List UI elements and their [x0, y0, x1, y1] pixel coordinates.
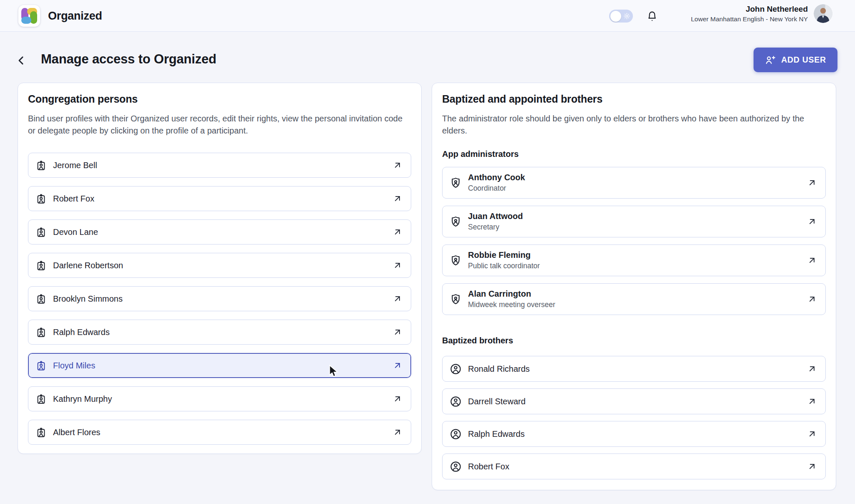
open-profile-arrow-icon[interactable]	[807, 255, 817, 265]
person-name: Kathryn Murphy	[53, 394, 112, 404]
person-name: Brooklyn Simmons	[53, 294, 123, 304]
congregation-panel-title: Congregation persons	[28, 93, 411, 105]
person-row[interactable]: Floyd Miles	[28, 353, 411, 378]
brother-name: Ronald Richards	[468, 364, 530, 374]
brothers-section: Baptized brothers Ronald Richards Darrel…	[442, 336, 826, 479]
add-user-button[interactable]: ADD USER	[754, 48, 837, 72]
person-row[interactable]: Devon Lane	[28, 219, 411, 244]
person-row[interactable]: Brooklyn Simmons	[28, 286, 411, 311]
notifications-button[interactable]	[645, 8, 660, 23]
brothers-section: App administrators Anthony Cook Coordina…	[442, 149, 826, 315]
brother-row[interactable]: Ralph Edwards	[442, 421, 826, 447]
user-menu[interactable]: John Netherleed Lower Manhattan English …	[691, 4, 832, 23]
admin-text: Anthony Cook Coordinator	[468, 173, 525, 193]
id-badge-icon	[35, 260, 47, 271]
brother-row[interactable]: Darrell Steward	[442, 388, 826, 414]
open-profile-arrow-icon[interactable]	[392, 394, 402, 404]
admin-role: Secretary	[468, 223, 523, 232]
page-title: Manage access to Organized	[41, 52, 216, 67]
id-badge-icon	[35, 227, 47, 238]
id-badge-icon	[35, 193, 47, 204]
person-name: Floyd Miles	[53, 361, 95, 370]
brother-name: Robert Fox	[468, 462, 509, 471]
admin-role: Coordinator	[468, 184, 525, 193]
shield-user-icon	[450, 255, 462, 267]
open-profile-arrow-icon[interactable]	[392, 294, 402, 304]
person-name: Darlene Robertson	[53, 261, 123, 270]
brother-name: Darrell Steward	[468, 397, 526, 406]
circle-user-icon	[450, 461, 462, 473]
admin-text: Alan Carrington Midweek meeting overseer	[468, 289, 555, 309]
id-badge-icon	[35, 360, 47, 371]
admin-row[interactable]: Robbie Fleming Public talk coordinator	[442, 244, 826, 276]
back-chevron-icon	[15, 54, 28, 67]
admin-role: Midweek meeting overseer	[468, 300, 555, 309]
open-profile-arrow-icon[interactable]	[392, 327, 402, 337]
open-profile-arrow-icon[interactable]	[807, 364, 817, 374]
id-badge-icon	[35, 293, 47, 305]
person-row[interactable]: Darlene Robertson	[28, 253, 411, 278]
admin-row[interactable]: Juan Attwood Secretary	[442, 206, 826, 237]
admin-row[interactable]: Alan Carrington Midweek meeting overseer	[442, 283, 826, 315]
open-profile-arrow-icon[interactable]	[807, 396, 817, 406]
open-profile-arrow-icon[interactable]	[392, 427, 402, 437]
circle-user-icon	[450, 428, 462, 440]
person-row[interactable]: Kathryn Murphy	[28, 386, 411, 411]
admin-text: Juan Attwood Secretary	[468, 212, 523, 232]
open-profile-arrow-icon[interactable]	[807, 217, 817, 227]
brother-row[interactable]: Robert Fox	[442, 454, 826, 479]
person-name: Ralph Edwards	[53, 328, 110, 337]
id-badge-icon	[35, 427, 47, 438]
shield-user-icon	[450, 177, 462, 189]
person-name: Robert Fox	[53, 194, 94, 204]
person-row[interactable]: Ralph Edwards	[28, 320, 411, 345]
open-profile-arrow-icon[interactable]	[807, 461, 817, 471]
open-profile-arrow-icon[interactable]	[392, 160, 402, 170]
circle-user-icon	[450, 396, 462, 408]
app-logo-icon	[18, 5, 40, 27]
shield-user-icon	[450, 293, 462, 305]
brothers-panel-description: The administrator role should be given o…	[442, 113, 822, 137]
user-avatar[interactable]	[814, 4, 832, 23]
brother-row[interactable]: Ronald Richards	[442, 356, 826, 382]
brothers-sections: App administrators Anthony Cook Coordina…	[442, 149, 826, 479]
person-name: Devon Lane	[53, 227, 98, 237]
person-name: Albert Flores	[53, 428, 100, 437]
brand: Organized	[18, 5, 102, 27]
admin-row[interactable]: Anthony Cook Coordinator	[442, 167, 826, 199]
add-user-icon	[765, 55, 776, 66]
user-congregation: Lower Manhattan English - New York NY	[691, 15, 808, 23]
open-profile-arrow-icon[interactable]	[807, 178, 817, 188]
theme-toggle[interactable]	[609, 10, 633, 23]
back-button[interactable]	[13, 53, 29, 68]
admin-name: Juan Attwood	[468, 212, 523, 221]
open-profile-arrow-icon[interactable]	[807, 294, 817, 304]
admin-name: Robbie Fleming	[468, 250, 540, 260]
brother-name: Ralph Edwards	[468, 429, 525, 439]
congregation-list: Jerome Bell Robert Fox	[28, 153, 411, 445]
admin-role: Public talk coordinator	[468, 262, 540, 270]
open-profile-arrow-icon[interactable]	[392, 360, 402, 370]
id-badge-icon	[35, 393, 47, 405]
admin-text: Robbie Fleming Public talk coordinator	[468, 250, 540, 270]
open-profile-arrow-icon[interactable]	[392, 260, 402, 270]
admin-name: Alan Carrington	[468, 289, 555, 299]
person-row[interactable]: Jerome Bell	[28, 153, 411, 178]
person-row[interactable]: Albert Flores	[28, 420, 411, 445]
add-user-label: ADD USER	[781, 55, 826, 65]
person-row[interactable]: Robert Fox	[28, 186, 411, 211]
section-label: App administrators	[442, 149, 826, 159]
open-profile-arrow-icon[interactable]	[392, 194, 402, 204]
person-name: Jerome Bell	[53, 161, 97, 170]
user-name: John Netherleed	[691, 5, 808, 14]
section-list: Ronald Richards Darrell Steward	[442, 356, 826, 479]
section-label: Baptized brothers	[442, 336, 826, 345]
admin-name: Anthony Cook	[468, 173, 525, 182]
user-text: John Netherleed Lower Manhattan English …	[691, 5, 808, 23]
toggle-knob	[610, 11, 621, 22]
open-profile-arrow-icon[interactable]	[807, 429, 817, 439]
open-profile-arrow-icon[interactable]	[392, 227, 402, 237]
circle-user-icon	[450, 363, 462, 375]
id-badge-icon	[35, 327, 47, 338]
shield-user-icon	[450, 216, 462, 228]
